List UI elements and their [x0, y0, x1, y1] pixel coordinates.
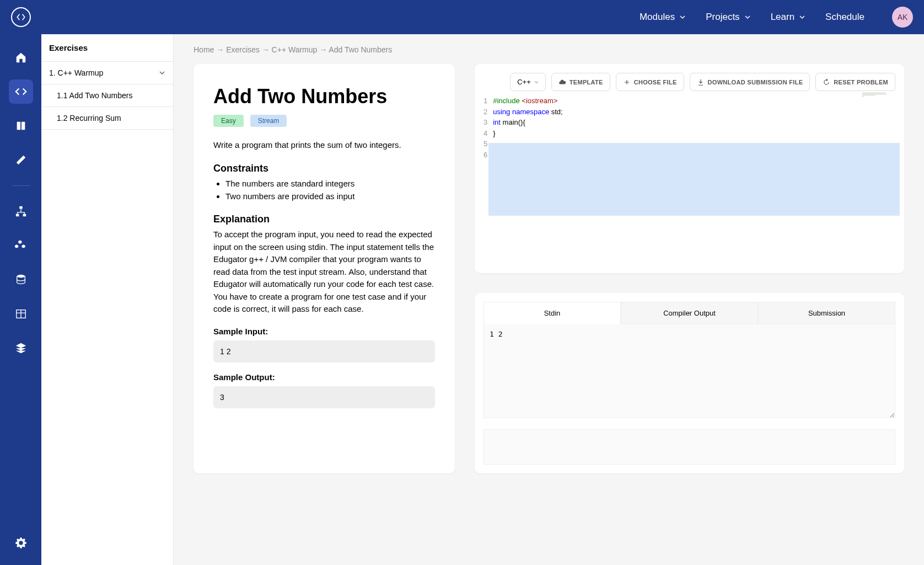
sidebar-network[interactable] — [9, 199, 33, 223]
constraint-item: The numbers are standard integers — [225, 178, 435, 190]
code-editor[interactable]: 123456 #include <iostream> using namespa… — [484, 95, 895, 264]
sidebar-divider — [12, 185, 30, 186]
tab-submission[interactable]: Submission — [758, 302, 895, 324]
nav-schedule[interactable]: Schedule — [825, 12, 864, 23]
svg-rect-1 — [15, 214, 18, 217]
breadcrumb: Home → Exercises → C++ Warmup → Add Two … — [194, 45, 904, 54]
exercise-section-label: 1. C++ Warmup — [49, 68, 103, 77]
svg-rect-0 — [19, 206, 23, 209]
stdin-textarea[interactable] — [484, 324, 895, 418]
avatar[interactable]: AK — [892, 7, 913, 28]
chevron-down-icon — [679, 14, 686, 20]
refresh-icon — [823, 78, 830, 86]
sidebar-design[interactable] — [9, 148, 33, 172]
sidebar-database[interactable] — [9, 268, 33, 292]
breadcrumb-home[interactable]: Home — [194, 45, 214, 54]
sidebar-book[interactable] — [9, 114, 33, 138]
breadcrumb-module[interactable]: C++ Warmup — [272, 45, 318, 54]
chevron-down-icon — [534, 80, 539, 84]
problem-title: Add Two Numbers — [213, 85, 435, 108]
output-box — [484, 429, 895, 465]
sample-output-label: Sample Output: — [213, 372, 435, 382]
problem-panel: Add Two Numbers Easy Stream Write a prog… — [194, 64, 455, 473]
chevron-down-icon — [799, 14, 805, 20]
template-button[interactable]: TEMPLATE — [551, 73, 610, 91]
chevron-down-icon — [744, 14, 751, 20]
problem-description: Write a program that prints the sum of t… — [213, 140, 435, 150]
sidebar-layers[interactable] — [9, 336, 33, 360]
explanation-heading: Explanation — [213, 214, 435, 225]
exercise-item[interactable]: 1.2 Recurring Sum — [41, 107, 173, 130]
sidebar-code[interactable] — [9, 79, 33, 104]
svg-point-3 — [17, 275, 25, 278]
pencil-ruler-icon — [15, 154, 27, 166]
cloud-icon — [558, 78, 566, 86]
nav-projects[interactable]: Projects — [706, 12, 750, 23]
language-select[interactable]: C++ — [510, 73, 546, 91]
breadcrumb-exercises[interactable]: Exercises — [226, 45, 260, 54]
explanation-text: To accept the program input, you need to… — [213, 228, 435, 316]
layers-icon — [15, 342, 27, 354]
sitemap-icon — [15, 205, 27, 217]
svg-rect-2 — [23, 214, 25, 217]
sidebar-home[interactable] — [9, 45, 33, 70]
choose-file-button[interactable]: CHOOSE FILE — [616, 73, 684, 91]
sample-input-label: Sample Input: — [213, 327, 435, 336]
tab-stdin[interactable]: Stdin — [484, 302, 621, 324]
app-logo[interactable] — [11, 7, 31, 27]
constraints-heading: Constraints — [213, 163, 435, 174]
tag-difficulty: Easy — [213, 115, 244, 127]
tag-category: Stream — [250, 115, 287, 127]
home-icon — [15, 51, 27, 63]
chevron-down-icon — [159, 70, 165, 76]
sidebar-settings[interactable] — [9, 531, 33, 555]
code-icon — [15, 86, 27, 98]
tab-compiler-output[interactable]: Compiler Output — [621, 302, 758, 324]
table-icon — [15, 308, 27, 320]
breadcrumb-current: Add Two Numbers — [329, 45, 392, 54]
database-icon — [15, 274, 27, 286]
sidebar-modules[interactable] — [9, 233, 33, 258]
editor-panel: C++ TEMPLATE CHOOSE FILE DOWNLOAD SUBMIS… — [475, 64, 904, 273]
download-icon — [697, 78, 705, 86]
io-panel: Stdin Compiler Output Submission — [475, 293, 904, 473]
sidebar-table[interactable] — [9, 302, 33, 326]
sample-output-box: 3 — [213, 386, 435, 408]
plus-icon — [623, 78, 631, 86]
exercises-header: Exercises — [41, 34, 173, 62]
sample-input-box: 1 2 — [213, 340, 435, 363]
exercise-item[interactable]: 1.1 Add Two Numbers — [41, 84, 173, 107]
book-icon — [15, 120, 27, 132]
nav-learn[interactable]: Learn — [771, 12, 805, 23]
gear-icon — [15, 537, 27, 549]
nav-modules[interactable]: Modules — [640, 12, 686, 23]
constraint-item: Two numbers are provided as input — [225, 190, 435, 203]
reset-button[interactable]: RESET PROBLEM — [815, 73, 895, 91]
download-button[interactable]: DOWNLOAD SUBMISSION FILE — [690, 73, 810, 91]
cubes-icon — [15, 239, 27, 252]
exercise-section[interactable]: 1. C++ Warmup — [41, 62, 173, 84]
